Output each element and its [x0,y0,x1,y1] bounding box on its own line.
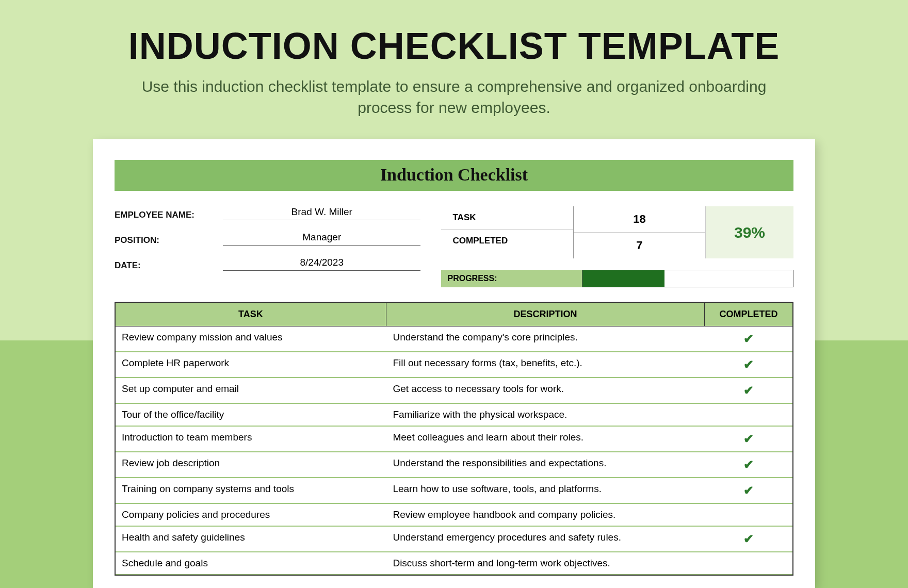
cell-completed[interactable]: ✔ [705,452,792,477]
cell-task: Training on company systems and tools [116,478,386,503]
cell-completed[interactable]: ✔ [705,427,792,451]
percent-complete: 39% [706,206,793,258]
cell-task: Review company mission and values [116,326,386,351]
cell-description: Learn how to use software, tools, and pl… [386,478,705,503]
stat-completed-value: 7 [574,233,705,258]
progress-bar [582,270,793,287]
table-body: Review company mission and valuesUnderst… [116,326,792,575]
employee-info: EMPLOYEE NAME: Brad W. Miller POSITION: … [115,206,420,287]
page-title: INDUCTION CHECKLIST TEMPLATE [0,0,908,67]
col-header-description: DESCRIPTION [386,303,705,326]
cell-description: Familiarize with the physical workspace. [386,404,705,426]
cell-description: Meet colleagues and learn about their ro… [386,427,705,451]
info-area: EMPLOYEE NAME: Brad W. Miller POSITION: … [115,206,793,287]
sheet-banner: Induction Checklist [115,160,793,191]
cell-completed[interactable] [705,552,792,574]
col-header-completed: COMPLETED [705,303,792,326]
cell-task: Schedule and goals [116,552,386,574]
cell-completed[interactable]: ✔ [705,352,792,377]
position-row: POSITION: Manager [115,232,420,246]
table-header: TASK DESCRIPTION COMPLETED [116,303,792,326]
date-label: DATE: [115,260,223,271]
employee-name-row: EMPLOYEE NAME: Brad W. Miller [115,206,420,220]
table-row: Set up computer and emailGet access to n… [116,378,792,403]
cell-completed[interactable]: ✔ [705,478,792,503]
table-row: Training on company systems and toolsLea… [116,478,792,503]
cell-description: Fill out necessary forms (tax, benefits,… [386,352,705,377]
stat-completed-label: COMPLETED [441,230,573,252]
cell-description: Review employee handbook and company pol… [386,504,705,526]
cell-task: Health and safety guidelines [116,527,386,551]
position-value[interactable]: Manager [223,232,420,246]
col-header-task: TASK [116,303,386,326]
table-row: Review job descriptionUnderstand the res… [116,452,792,478]
cell-description: Understand emergency procedures and safe… [386,527,705,551]
cell-description: Understand the responsibilities and expe… [386,452,705,477]
table-row: Introduction to team membersMeet colleag… [116,426,792,452]
employee-name-label: EMPLOYEE NAME: [115,210,223,220]
date-row: DATE: 8/24/2023 [115,257,420,271]
task-table: TASK DESCRIPTION COMPLETED Review compan… [115,302,793,576]
stat-task-value: 18 [574,206,705,233]
cell-description: Discuss short-term and long-term work ob… [386,552,705,574]
cell-description: Get access to necessary tools for work. [386,378,705,403]
table-row: Health and safety guidelinesUnderstand e… [116,526,792,552]
employee-name-value[interactable]: Brad W. Miller [223,206,420,220]
progress-fill [582,270,664,287]
cell-completed[interactable] [705,504,792,526]
cell-task: Tour of the office/facility [116,404,386,426]
table-row: Complete HR paperworkFill out necessary … [116,352,792,378]
cell-task: Introduction to team members [116,427,386,451]
page-subtitle: Use this induction checklist template to… [113,76,794,118]
table-row: Schedule and goalsDiscuss short-term and… [116,552,792,575]
document-sheet: Induction Checklist EMPLOYEE NAME: Brad … [93,139,815,588]
progress-label: PROGRESS: [441,270,582,287]
stats-block: TASK COMPLETED 18 7 39% PROGRESS: [441,206,793,287]
date-value[interactable]: 8/24/2023 [223,257,420,271]
cell-completed[interactable] [705,404,792,426]
table-row: Tour of the office/facilityFamiliarize w… [116,403,792,426]
cell-completed[interactable]: ✔ [705,378,792,403]
stat-task-label: TASK [441,206,573,230]
cell-task: Set up computer and email [116,378,386,403]
stats-grid: TASK COMPLETED 18 7 39% [441,206,793,258]
cell-completed[interactable]: ✔ [705,527,792,551]
progress-row: PROGRESS: [441,270,793,287]
cell-task: Complete HR paperwork [116,352,386,377]
position-label: POSITION: [115,235,223,246]
cell-description: Understand the company's core principles… [386,326,705,351]
cell-completed[interactable]: ✔ [705,326,792,351]
table-row: Review company mission and valuesUnderst… [116,326,792,352]
table-row: Company policies and proceduresReview em… [116,503,792,526]
cell-task: Review job description [116,452,386,477]
cell-task: Company policies and procedures [116,504,386,526]
